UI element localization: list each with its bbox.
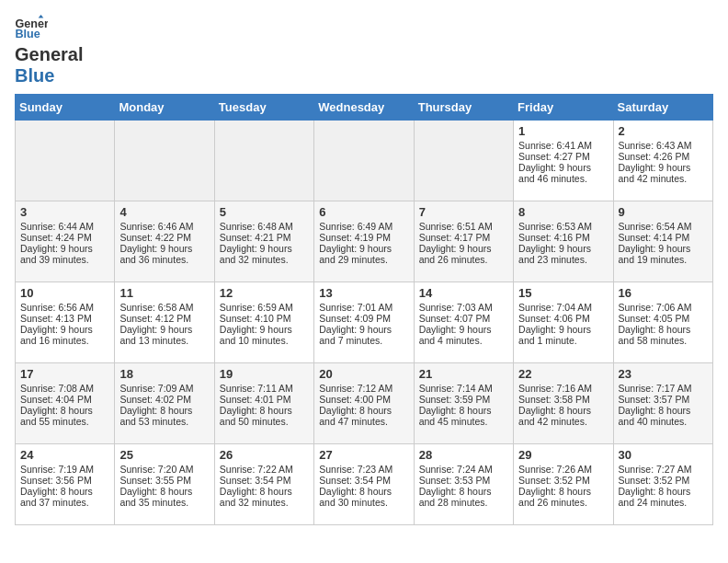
- day-info-line: Sunset: 4:13 PM: [20, 313, 109, 324]
- day-info-line: Sunset: 4:02 PM: [119, 394, 209, 405]
- day-info-line: Sunset: 4:05 PM: [619, 313, 708, 324]
- calendar-cell-w4d0: 24Sunrise: 7:19 AMSunset: 3:56 PMDayligh…: [16, 444, 115, 525]
- day-info-line: Daylight: 8 hours and 45 minutes.: [419, 405, 508, 427]
- day-info-line: Sunrise: 7:20 AM: [119, 464, 209, 475]
- day-number: 6: [319, 205, 408, 219]
- day-number: 18: [119, 367, 209, 381]
- day-info-line: Sunrise: 7:16 AM: [518, 383, 608, 394]
- day-number: 21: [419, 367, 508, 381]
- calendar-cell-w0d5: 1Sunrise: 6:41 AMSunset: 4:27 PMDaylight…: [514, 121, 613, 201]
- calendar-cell-w3d0: 17Sunrise: 7:08 AMSunset: 4:04 PMDayligh…: [16, 363, 115, 444]
- day-info-line: Sunrise: 6:53 AM: [518, 221, 608, 232]
- day-info-line: Daylight: 9 hours and 39 minutes.: [20, 243, 109, 265]
- day-info-line: Sunset: 4:26 PM: [619, 151, 708, 162]
- day-number: 29: [518, 448, 608, 462]
- day-info-line: Sunset: 3:54 PM: [220, 475, 309, 486]
- day-info-line: Daylight: 8 hours and 37 minutes.: [20, 486, 109, 508]
- calendar-cell-w2d3: 13Sunrise: 7:01 AMSunset: 4:09 PMDayligh…: [314, 282, 414, 363]
- calendar-cell-w2d1: 11Sunrise: 6:58 AMSunset: 4:12 PMDayligh…: [115, 282, 214, 363]
- day-info-line: Sunset: 4:06 PM: [518, 313, 608, 324]
- day-number: 26: [220, 448, 309, 462]
- day-info-line: Daylight: 8 hours and 50 minutes.: [220, 405, 309, 427]
- day-info-line: Sunset: 3:58 PM: [518, 394, 608, 405]
- day-number: 25: [119, 448, 209, 462]
- day-info-line: Sunrise: 7:08 AM: [20, 383, 109, 394]
- day-info-line: Sunrise: 7:24 AM: [419, 464, 508, 475]
- day-info-line: Daylight: 9 hours and 42 minutes.: [619, 162, 708, 184]
- day-number: 9: [619, 205, 708, 219]
- day-info-line: Sunset: 4:22 PM: [119, 232, 209, 243]
- day-header-wednesday: Wednesday: [314, 95, 414, 121]
- calendar-cell-w0d2: [214, 121, 313, 201]
- calendar-cell-w1d1: 4Sunrise: 6:46 AMSunset: 4:22 PMDaylight…: [115, 201, 214, 282]
- day-info-line: Daylight: 9 hours and 29 minutes.: [319, 243, 408, 265]
- logo-blue: Blue: [15, 65, 54, 86]
- day-info-line: Sunrise: 7:14 AM: [419, 383, 508, 394]
- day-number: 1: [518, 124, 608, 138]
- day-header-saturday: Saturday: [613, 95, 712, 121]
- day-info-line: Sunrise: 7:03 AM: [419, 302, 508, 313]
- calendar-cell-w4d6: 30Sunrise: 7:27 AMSunset: 3:52 PMDayligh…: [613, 444, 712, 525]
- calendar-cell-w1d3: 6Sunrise: 6:49 AMSunset: 4:19 PMDaylight…: [314, 201, 414, 282]
- day-info-line: Daylight: 9 hours and 32 minutes.: [220, 243, 309, 265]
- day-number: 13: [319, 286, 408, 300]
- calendar-cell-w4d2: 26Sunrise: 7:22 AMSunset: 3:54 PMDayligh…: [214, 444, 313, 525]
- day-number: 27: [319, 448, 408, 462]
- day-info-line: Sunset: 4:21 PM: [220, 232, 309, 243]
- day-info-line: Sunrise: 7:01 AM: [319, 302, 408, 313]
- day-number: 10: [20, 286, 109, 300]
- day-number: 16: [619, 286, 708, 300]
- day-info-line: Sunrise: 6:56 AM: [20, 302, 109, 313]
- day-number: 3: [20, 205, 109, 219]
- day-header-friday: Friday: [514, 95, 613, 121]
- day-info-line: Sunset: 4:00 PM: [319, 394, 408, 405]
- day-info-line: Sunrise: 6:48 AM: [220, 221, 309, 232]
- calendar-cell-w3d4: 21Sunrise: 7:14 AMSunset: 3:59 PMDayligh…: [414, 363, 513, 444]
- day-info-line: Daylight: 9 hours and 13 minutes.: [119, 324, 209, 346]
- calendar-cell-w2d0: 10Sunrise: 6:56 AMSunset: 4:13 PMDayligh…: [16, 282, 115, 363]
- day-info-line: Sunrise: 7:26 AM: [518, 464, 608, 475]
- day-info-line: Sunrise: 6:43 AM: [619, 140, 708, 151]
- day-info-line: Daylight: 8 hours and 58 minutes.: [619, 324, 708, 346]
- day-info-line: Daylight: 9 hours and 10 minutes.: [220, 324, 309, 346]
- day-info-line: Sunrise: 7:09 AM: [119, 383, 209, 394]
- calendar-cell-w2d2: 12Sunrise: 6:59 AMSunset: 4:10 PMDayligh…: [214, 282, 313, 363]
- day-number: 14: [419, 286, 508, 300]
- day-info-line: Daylight: 8 hours and 47 minutes.: [319, 405, 408, 427]
- calendar-cell-w0d6: 2Sunrise: 6:43 AMSunset: 4:26 PMDaylight…: [613, 121, 712, 201]
- day-info-line: Sunrise: 7:12 AM: [319, 383, 408, 394]
- day-header-thursday: Thursday: [414, 95, 513, 121]
- day-info-line: Sunrise: 7:23 AM: [319, 464, 408, 475]
- day-info-line: Sunset: 4:17 PM: [419, 232, 508, 243]
- day-info-line: Sunrise: 6:58 AM: [119, 302, 209, 313]
- day-info-line: Sunrise: 7:22 AM: [220, 464, 309, 475]
- calendar-cell-w0d0: [16, 121, 115, 201]
- day-info-line: Daylight: 8 hours and 53 minutes.: [119, 405, 209, 427]
- day-info-line: Sunrise: 6:44 AM: [20, 221, 109, 232]
- day-info-line: Sunset: 4:04 PM: [20, 394, 109, 405]
- day-info-line: Sunset: 4:12 PM: [119, 313, 209, 324]
- day-info-line: Daylight: 8 hours and 30 minutes.: [319, 486, 408, 508]
- day-info-line: Daylight: 8 hours and 40 minutes.: [619, 405, 708, 427]
- day-info-line: Daylight: 9 hours and 1 minute.: [518, 324, 608, 346]
- calendar-cell-w2d5: 15Sunrise: 7:04 AMSunset: 4:06 PMDayligh…: [514, 282, 613, 363]
- calendar-cell-w0d4: [414, 121, 513, 201]
- day-info-line: Sunset: 4:24 PM: [20, 232, 109, 243]
- calendar-cell-w0d3: [314, 121, 414, 201]
- day-info-line: Daylight: 9 hours and 23 minutes.: [518, 243, 608, 265]
- day-info-line: Daylight: 9 hours and 19 minutes.: [619, 243, 708, 265]
- day-info-line: Sunset: 3:56 PM: [20, 475, 109, 486]
- day-info-line: Sunset: 3:52 PM: [518, 475, 608, 486]
- day-number: 12: [220, 286, 309, 300]
- day-info-line: Daylight: 9 hours and 4 minutes.: [419, 324, 508, 346]
- day-info-line: Daylight: 8 hours and 28 minutes.: [419, 486, 508, 508]
- calendar-cell-w1d6: 9Sunrise: 6:54 AMSunset: 4:14 PMDaylight…: [613, 201, 712, 282]
- day-number: 11: [119, 286, 209, 300]
- calendar-cell-w3d1: 18Sunrise: 7:09 AMSunset: 4:02 PMDayligh…: [115, 363, 214, 444]
- day-info-line: Sunset: 4:01 PM: [220, 394, 309, 405]
- day-number: 17: [20, 367, 109, 381]
- general-blue-icon: General Blue: [15, 15, 48, 40]
- day-info-line: Sunrise: 7:27 AM: [619, 464, 708, 475]
- day-number: 19: [220, 367, 309, 381]
- day-number: 28: [419, 448, 508, 462]
